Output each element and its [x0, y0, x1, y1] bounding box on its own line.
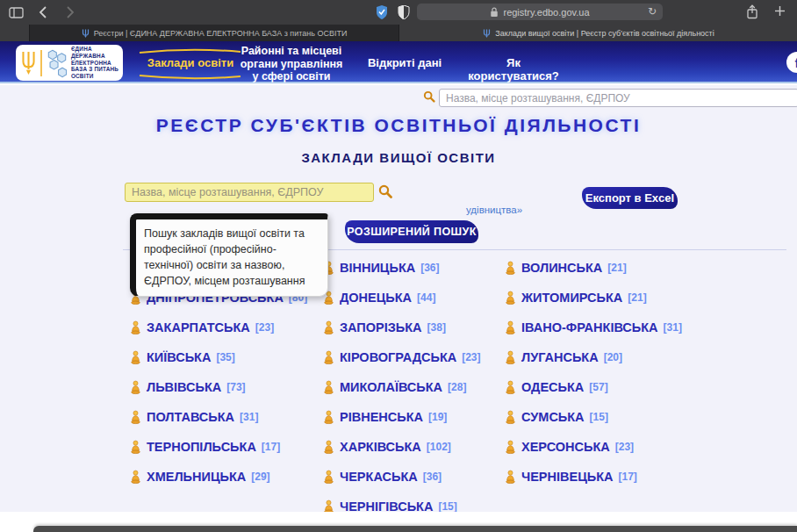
url-text: registry.edbo.gov.ua	[503, 7, 589, 18]
region-item[interactable]: РІВНЕНСЬКА[19]	[323, 410, 505, 425]
facebook-icon[interactable]: f	[786, 52, 797, 73]
region-item[interactable]: ХМЕЛЬНИЦЬКА[29]	[130, 470, 323, 485]
tab-higher-education[interactable]: Заклади вищої освіти | Реєстр суб'єктів …	[400, 25, 797, 41]
region-item[interactable]: МИКОЛАЇВСЬКА[28]	[323, 380, 505, 395]
region-item[interactable]: ЛУГАНСЬКА[20]	[505, 350, 694, 365]
region-item[interactable]: КИЇВСЬКА[35]	[130, 350, 323, 365]
address-bar[interactable]: registry.edbo.gov.ua ↻	[417, 4, 663, 20]
advanced-search-button[interactable]: РОЗШИРЕНИЙ ПОШУК	[345, 220, 478, 243]
region-item[interactable]: ЗАКАРПАТСЬКА[23]	[130, 320, 323, 335]
region-name: ПОЛТАВСЬКА	[147, 410, 234, 424]
region-name: КІРОВОГРАДСЬКА	[340, 350, 456, 364]
search-tooltip: Пошук закладів вищої освіти та професійн…	[130, 213, 328, 297]
region-item[interactable]: ВІННИЦЬКА[36]	[323, 261, 505, 276]
region-item[interactable]: ДОНЕЦЬКА[44]	[323, 291, 505, 306]
reload-icon[interactable]: ↻	[648, 5, 657, 18]
desktop-area	[0, 512, 797, 532]
region-item[interactable]: ЛЬВІВСЬКА[73]	[130, 380, 323, 395]
region-item[interactable]: ХАРКІВСЬКА[102]	[323, 440, 505, 455]
graduate-person-icon	[505, 470, 516, 485]
graduate-person-icon	[323, 380, 334, 395]
region-item[interactable]: ЖИТОМИРСЬКА[21]	[505, 291, 694, 306]
export-excel-button[interactable]: Експорт в Excel	[582, 187, 678, 209]
region-name: ЖИТОМИРСЬКА	[521, 291, 622, 305]
graduate-person-icon	[505, 291, 516, 306]
region-item[interactable]: ЗАПОРІЗЬКА[38]	[323, 320, 505, 335]
region-name: ВІННИЦЬКА	[340, 261, 415, 275]
region-item[interactable]: СУМСЬКА[15]	[505, 410, 694, 425]
region-count: [19]	[428, 411, 447, 423]
region-count: [17]	[619, 471, 637, 483]
shield-half-icon[interactable]	[398, 5, 410, 19]
graduate-person-icon	[130, 320, 141, 335]
sidebar-toggle-icon[interactable]	[9, 7, 24, 18]
region-name: ЧЕРНІВЕЦЬКА	[521, 470, 614, 484]
search-icon[interactable]	[378, 184, 392, 198]
shield-check-icon[interactable]	[376, 5, 388, 19]
region-name: ХМЕЛЬНИЦЬКА	[147, 470, 246, 484]
favicon-trident-icon	[82, 29, 90, 38]
region-name: РІВНЕНСЬКА	[340, 410, 423, 424]
honeycomb-icon	[46, 48, 68, 78]
new-tab-icon[interactable]	[774, 5, 786, 17]
region-name: ІВАНО-ФРАНКІВСЬКА	[521, 320, 658, 334]
back-icon[interactable]	[39, 6, 47, 18]
region-item[interactable]: ІВАНО-ФРАНКІВСЬКА[31]	[505, 320, 694, 335]
tab-title: Заклади вищої освіти | Реєстр суб'єктів …	[495, 29, 714, 38]
edbo-logo[interactable]: ЄДИНА ДЕРЖАВНА ЕЛЕКТРОННА БАЗА З ПИТАНЬ …	[16, 45, 123, 81]
graduate-person-icon	[323, 320, 334, 335]
graduate-person-icon	[323, 470, 334, 485]
graduate-person-icon	[130, 470, 141, 485]
tab-registries[interactable]: Реєстри | ЄДИНА ДЕРЖАВНА ЕЛЕКТРОННА БАЗА…	[29, 25, 399, 41]
top-search-input[interactable]	[439, 89, 797, 107]
region-item[interactable]: ЧЕРНІВЕЦЬКА[17]	[505, 470, 694, 485]
region-item[interactable]: ЧЕРКАСЬКА[36]	[323, 470, 505, 485]
region-item[interactable]: ВОЛИНСЬКА[21]	[505, 261, 694, 276]
region-count: [31]	[664, 321, 682, 334]
region-count: [44]	[417, 291, 435, 304]
region-name: ЧЕРКАСЬКА	[340, 470, 418, 484]
region-count: [17]	[262, 441, 280, 453]
page-title: РЕЄСТР СУБ'ЄКТІВ ОСВІТНЬОЇ ДІЯЛЬНОСТІ	[0, 115, 797, 136]
region-count: [20]	[604, 351, 622, 363]
region-count: [23]	[255, 321, 274, 334]
region-name: ЗАКАРПАТСЬКА	[147, 320, 250, 334]
region-item[interactable]: КІРОВОГРАДСЬКА[23]	[323, 350, 505, 365]
region-count: [21]	[628, 291, 646, 304]
graduate-person-icon	[505, 410, 516, 425]
region-item[interactable]: ТЕРНОПІЛЬСЬКА[17]	[130, 440, 323, 455]
region-name: ЗАПОРІЗЬКА	[340, 320, 422, 334]
region-name: ЛЬВІВСЬКА	[147, 380, 221, 394]
graduate-person-icon	[130, 380, 141, 395]
region-name: СУМСЬКА	[521, 410, 585, 424]
region-count: [102]	[427, 441, 451, 453]
region-name: МИКОЛАЇВСЬКА	[340, 380, 442, 394]
nav-how-to-use[interactable]: Як користуватися?	[461, 56, 566, 83]
forward-icon[interactable]	[67, 6, 75, 18]
region-name: ТЕРНОПІЛЬСЬКА	[147, 440, 256, 454]
share-icon[interactable]	[746, 4, 758, 19]
graduate-person-icon	[130, 440, 141, 455]
region-name: ОДЕСЬКА	[521, 380, 584, 394]
region-count: [38]	[427, 321, 446, 334]
search-icon[interactable]	[423, 90, 435, 103]
tab-title: Реєстри | ЄДИНА ДЕРЖАВНА ЕЛЕКТРОННА БАЗА…	[94, 29, 348, 38]
region-count: [23]	[462, 351, 480, 363]
active-nav-top-arc	[139, 47, 242, 54]
graduate-person-icon	[505, 380, 516, 395]
region-item[interactable]: ПОЛТАВСЬКА[31]	[130, 410, 323, 425]
registry-search-input[interactable]	[125, 183, 374, 202]
region-count: [28]	[448, 381, 466, 393]
region-item[interactable]: ОДЕСЬКА[57]	[505, 380, 694, 395]
favicon-trident-icon	[483, 29, 491, 38]
region-item[interactable]: ХЕРСОНСЬКА[23]	[505, 440, 694, 455]
tab-bar: Реєстри | ЄДИНА ДЕРЖАВНА ЕЛЕКТРОННА БАЗА…	[0, 25, 797, 41]
page-content: РЕЄСТР СУБ'ЄКТІВ ОСВІТНЬОЇ ДІЯЛЬНОСТІ ЗА…	[0, 85, 797, 512]
nav-open-data[interactable]: Відкриті дані	[355, 56, 454, 69]
nav-local-authorities[interactable]: Районні та місцеві органи управління у с…	[230, 45, 353, 83]
page-subtitle: ЗАКЛАДИ ВИЩОЇ ОСВІТИ	[0, 150, 797, 165]
example-link-fragment[interactable]: удівництва»	[466, 205, 522, 215]
browser-toolbar: registry.edbo.gov.ua ↻	[0, 0, 797, 25]
logo-divider	[39, 49, 43, 77]
region-name: ДОНЕЦЬКА	[340, 291, 412, 305]
